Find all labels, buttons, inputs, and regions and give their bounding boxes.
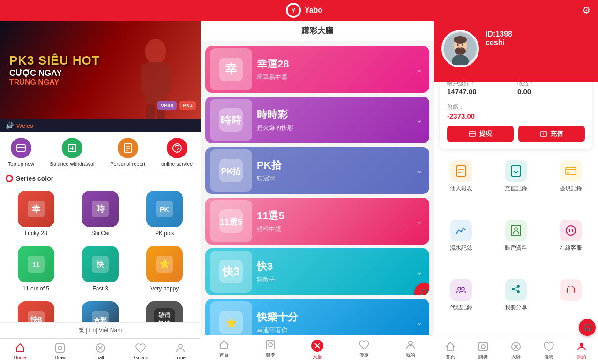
svg-point-74 xyxy=(515,228,517,230)
game-pkpick[interactable]: PK PK pick xyxy=(133,186,197,241)
action-buttons: 盈虧： -2373.00 xyxy=(447,103,585,120)
lucky28-label: Lucky 28 xyxy=(25,230,47,237)
card-happy10[interactable]: ⭐ 快樂十分 幸運等著你 ⌄ xyxy=(205,299,429,335)
game-fast3[interactable]: 快 Fast 3 xyxy=(68,241,132,297)
game-shicai[interactable]: 時 Shi Cai xyxy=(68,186,132,241)
action-balance[interactable]: Balance withdrawal xyxy=(50,138,95,167)
card-happy10-chevron: ⌄ xyxy=(416,317,423,327)
withdraw-button[interactable]: 提現 xyxy=(447,126,514,142)
left-nav-hall[interactable]: hall xyxy=(80,339,120,364)
balance-label: Balance withdrawal xyxy=(50,161,95,167)
menu-flow-record[interactable]: 流水記錄 xyxy=(434,213,489,273)
right-nav-hall[interactable]: 大廳 xyxy=(500,337,532,364)
card-lucky28-chevron: ⌄ xyxy=(416,64,423,74)
left-nav-home-label: Home xyxy=(14,355,26,360)
discount-icon xyxy=(135,342,146,354)
svg-point-58 xyxy=(462,44,463,46)
center-nav-mine-label: 我的 xyxy=(406,352,415,358)
center-nav-offer[interactable]: 優惠 xyxy=(341,335,388,364)
report-menu-label: 個人報表 xyxy=(450,185,472,193)
center-nav-draw[interactable]: 開獎 xyxy=(247,335,294,364)
card-lucky28[interactable]: 幸 幸運28 簡單易中獎 ⌄ xyxy=(205,46,429,93)
action-service[interactable]: online service xyxy=(161,138,193,167)
share-icon xyxy=(505,279,527,301)
game-happy8[interactable]: 快8 Happy 8 xyxy=(4,297,68,322)
svg-point-49 xyxy=(269,343,272,347)
game-marksix[interactable]: 合彩 Mark Six xyxy=(68,297,132,322)
report-menu-icon xyxy=(450,160,472,182)
service-icon xyxy=(167,138,187,158)
svg-point-51 xyxy=(409,341,412,345)
withdraw-record-label: 提現記錄 xyxy=(560,185,582,193)
pkpick-label: PK pick xyxy=(155,230,174,237)
svg-rect-60 xyxy=(469,132,476,136)
menu-withdraw-record[interactable]: 提現記錄 xyxy=(543,154,598,213)
series-header: Series color xyxy=(0,171,201,186)
card-fast3[interactable]: 快3 快3 猜骰子 ⌄ 🎧 xyxy=(205,248,429,295)
speaker-icon: 🔊 xyxy=(6,122,14,129)
card-lucky28-name: 幸運28 xyxy=(257,57,416,71)
menu-account-info[interactable]: 賬戶資料 xyxy=(489,213,544,273)
card-shicai-chevron: ⌄ xyxy=(416,115,423,125)
center-nav-home[interactable]: 首頁 xyxy=(201,335,247,364)
right-nav-hall-label: 大廳 xyxy=(511,354,521,360)
user-action-btns: 提現 充值 xyxy=(447,126,585,142)
svg-text:Y: Y xyxy=(292,7,296,14)
game-veryhappy[interactable]: ⭐ Very happy 🎧 xyxy=(133,241,197,297)
deposit-button[interactable]: 充值 xyxy=(518,126,585,142)
svg-point-72 xyxy=(567,172,569,174)
topup-label: Top up now xyxy=(8,161,34,167)
user-info: ID:1398 ceshi xyxy=(486,30,512,47)
svg-point-78 xyxy=(481,345,485,349)
menu-share[interactable]: 我要分享 xyxy=(489,273,544,332)
svg-point-2 xyxy=(145,39,166,64)
game-eleven[interactable]: 11 11 out of 5 xyxy=(4,241,68,297)
svg-rect-48 xyxy=(266,341,275,349)
menu-online-service[interactable]: 在線客服 xyxy=(543,213,598,273)
card-pkpick-sub: 猜冠軍 xyxy=(257,174,416,183)
lang-options[interactable]: 繁 | En| Việt Nam xyxy=(79,327,122,334)
svg-text:⭐: ⭐ xyxy=(225,317,237,328)
happy8-icon: 快8 xyxy=(18,301,54,322)
settings-icon[interactable]: ⚙ xyxy=(582,5,591,16)
left-nav-home[interactable]: Home xyxy=(0,339,40,364)
lucky28-icon: 幸 xyxy=(18,191,54,227)
card-fast3-info: 快3 猜骰子 xyxy=(257,255,416,289)
action-report[interactable]: Personal report xyxy=(110,138,145,167)
svg-text:⭐: ⭐ xyxy=(159,258,171,269)
deposit-record-icon xyxy=(505,160,527,182)
svg-rect-70 xyxy=(566,167,576,175)
right-nav-mine[interactable]: 我的 xyxy=(565,337,598,364)
user-id: ID:1398 xyxy=(486,30,512,38)
right-nav-home[interactable]: 首頁 xyxy=(434,337,467,364)
left-nav-mine[interactable]: mine xyxy=(160,339,201,364)
menu-report[interactable]: 個人報表 xyxy=(434,154,489,213)
center-float-support[interactable]: 🎧 xyxy=(414,283,429,295)
card-shicai[interactable]: 時時 時時彩 是火爆的快彩 ⌄ xyxy=(205,97,429,143)
menu-agent-record[interactable]: 代理記錄 xyxy=(434,273,489,332)
left-nav-discount-label: Discount xyxy=(131,355,150,360)
menu-deposit-record[interactable]: 充值記錄 xyxy=(489,154,544,213)
left-nav-discount[interactable]: Discount xyxy=(120,339,161,364)
action-topup[interactable]: Top up now xyxy=(8,138,34,167)
card-fast3-chevron: ⌄ xyxy=(416,267,423,277)
app-logo: Y xyxy=(286,3,301,18)
center-nav-mine[interactable]: 我的 xyxy=(387,335,434,364)
left-nav-draw[interactable]: Draw xyxy=(40,339,81,364)
right-nav-draw[interactable]: 開獎 xyxy=(467,337,500,364)
eleven-icon: 11 xyxy=(18,246,54,282)
card-pkpick[interactable]: PK拾 PK拾 猜冠軍 ⌄ xyxy=(205,147,429,194)
left-nav-hall-label: hall xyxy=(97,355,104,360)
right-nav-offer[interactable]: 優惠 xyxy=(532,337,565,364)
right-nav-mine-label: 我的 xyxy=(577,354,586,360)
welcome-bar: 🔊 Welco xyxy=(0,119,201,132)
center-nav-hall[interactable]: 大廳 xyxy=(294,335,341,364)
withdraw-label: 提現 xyxy=(479,130,492,138)
card-eleven-icon: 11選5 xyxy=(210,200,252,242)
card-eleven[interactable]: 11選5 11選5 輕松中獎 ⌄ xyxy=(205,198,429,245)
svg-text:合彩: 合彩 xyxy=(93,316,107,322)
game-lucky28[interactable]: 幸 Lucky 28 xyxy=(4,186,68,241)
right-menu: 個人報表 充值記錄 提現記錄 流水記錄 xyxy=(434,149,598,337)
card-eleven-chevron: ⌄ xyxy=(416,216,423,226)
series-dot xyxy=(6,175,13,182)
